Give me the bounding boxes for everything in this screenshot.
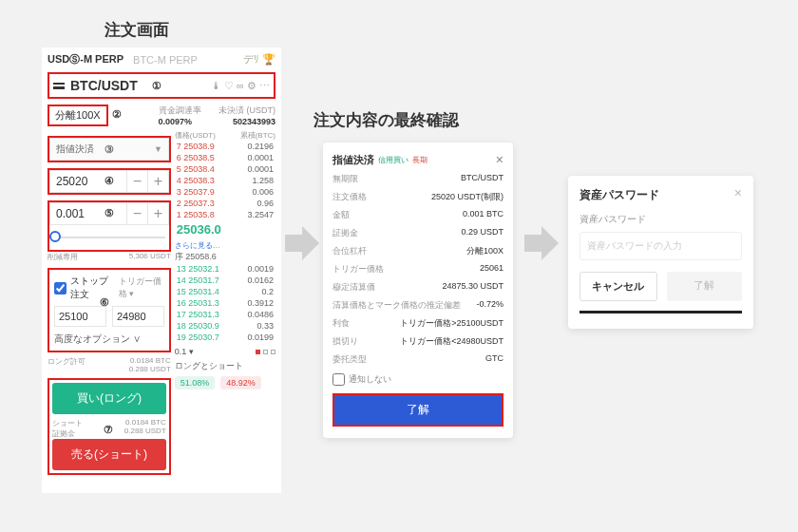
callout-3: ③ bbox=[104, 143, 114, 156]
reduce-only-value: 5,306 USDT bbox=[129, 252, 171, 262]
confirm-row: 合位杠杆分離100X bbox=[332, 245, 504, 257]
stop-order-box: ストップ注文 トリガー価格 ▾ 25100 ⑥ 24980 高度なオプション ∨ bbox=[48, 268, 171, 352]
ob-ask-row[interactable]: 5 25038.40.0001 bbox=[175, 163, 276, 175]
ob-ask-row[interactable]: 7 25038.90.2196 bbox=[175, 141, 276, 152]
confirm-ok-button[interactable]: 了解 bbox=[334, 395, 502, 425]
section-title-order: 注文画面 bbox=[104, 19, 169, 41]
dont-notify-checkbox[interactable] bbox=[332, 373, 345, 386]
pwd-input[interactable]: 資産パスワードの入力 bbox=[580, 232, 742, 260]
ob-qty-header: 累積(BTC) bbox=[240, 130, 276, 141]
confirm-title: 指値決済 bbox=[332, 153, 374, 167]
order-panel: USDⓈ-M PERP BTC-M PERP デﾘ 🏆 BTC/USDT ① 🌡… bbox=[42, 48, 281, 493]
stop-loss-input[interactable]: 24980 bbox=[112, 306, 164, 327]
tab-usdm-perp[interactable]: USDⓈ-M PERP bbox=[48, 52, 124, 66]
confirm-row: 穆定清算価24875.30 USDT bbox=[332, 281, 504, 294]
sell-short-button[interactable]: 売る(ショート) bbox=[52, 439, 166, 470]
price-minus-button[interactable]: − bbox=[126, 171, 147, 192]
short-avail-btc: 0.0184 BTC bbox=[125, 418, 166, 427]
submit-box: 買い(ロング) ⑦ ショート 証拠金 0.0184 BTC 0.288 USDT… bbox=[48, 378, 171, 475]
ob-layout-icon[interactable] bbox=[256, 350, 276, 354]
order-type-select[interactable]: 指値決済 ③ ▼ bbox=[48, 136, 171, 162]
pwd-title: 資産パスワード bbox=[580, 187, 742, 203]
funding-rate-label: 資金調達率 bbox=[159, 104, 218, 117]
ob-bid-row[interactable]: 14 25031.70.0162 bbox=[175, 275, 276, 286]
ob-more-link[interactable]: さらに見る… bbox=[175, 240, 276, 251]
qty-plus-button[interactable]: + bbox=[147, 203, 168, 224]
flow-arrow-icon bbox=[285, 226, 319, 260]
ob-bid-row[interactable]: 16 25031.30.3912 bbox=[175, 297, 276, 309]
perp-tabs: USDⓈ-M PERP BTC-M PERP デﾘ 🏆 bbox=[48, 52, 276, 66]
ob-bid-row[interactable]: 15 25031.40.2 bbox=[175, 286, 276, 297]
ob-ask-row[interactable]: 3 25037.90.006 bbox=[175, 186, 276, 198]
flow-arrow-icon bbox=[524, 226, 559, 260]
confirm-tag-side: 長期 bbox=[412, 155, 428, 165]
stop-order-label: ストップ注文 bbox=[70, 275, 115, 301]
buy-long-button[interactable]: 買い(ロング) bbox=[52, 383, 166, 414]
callout-2: ② bbox=[112, 108, 122, 121]
ls-ratio-label: ロングとショート bbox=[175, 360, 276, 372]
confirm-row: 無期限BTC/USDT bbox=[332, 173, 504, 185]
confirm-row: 証拠金0.29 USDT bbox=[332, 227, 504, 239]
take-profit-input[interactable]: 25100 bbox=[54, 306, 106, 327]
callout-1: ① bbox=[152, 80, 162, 92]
pwd-cancel-button[interactable]: キャンセル bbox=[580, 272, 657, 301]
ob-ask-row[interactable]: 6 25038.50.0001 bbox=[175, 152, 276, 163]
long-avail-btc: 0.0184 BTC bbox=[130, 356, 171, 365]
advanced-options-toggle[interactable]: 高度なオプション ∨ bbox=[54, 332, 164, 346]
ob-price-header: 価格(USDT) bbox=[175, 130, 216, 141]
confirm-ok-highlight: 了解 bbox=[332, 393, 504, 427]
caret-down-icon: ▼ bbox=[154, 144, 162, 154]
short-avail-usdt: 0.288 USDT bbox=[124, 427, 166, 435]
confirm-row: 清算価格とマーク価格の推定偏差-0.72% bbox=[332, 299, 504, 312]
menu-icon[interactable] bbox=[53, 83, 65, 89]
ob-ask-row[interactable]: 2 25037.30.96 bbox=[175, 198, 276, 209]
confirm-row: トリガー価格25061 bbox=[332, 263, 504, 276]
confirm-modal: 指値決済 信用買い 長期 × 無期限BTC/USDT注文価格25020 USDT… bbox=[323, 142, 513, 438]
tab-btcm-perp[interactable]: BTC-M PERP bbox=[133, 54, 198, 66]
top-icon-bar: デﾘ 🏆 bbox=[243, 52, 276, 66]
long-pct: 51.08% bbox=[175, 376, 216, 390]
ob-ask-row[interactable]: 4 25038.31.258 bbox=[175, 175, 276, 186]
short-avail-label: ショート 証拠金 bbox=[52, 418, 83, 439]
ob-mid-price: 25036.0 bbox=[175, 220, 276, 238]
open-interest-value: 502343993 bbox=[217, 117, 276, 126]
qty-input[interactable]: 0.001 ⑤ − + bbox=[48, 200, 171, 252]
modal-accent-bar bbox=[580, 311, 742, 314]
pwd-ok-button[interactable]: 了解 bbox=[667, 272, 743, 301]
price-input[interactable]: 25020 ④ − + bbox=[48, 168, 171, 195]
close-icon[interactable]: × bbox=[496, 152, 504, 167]
long-avail-usdt: 0.288 USDT bbox=[129, 365, 171, 373]
qty-value[interactable]: 0.001 bbox=[50, 203, 126, 224]
qty-minus-button[interactable]: − bbox=[126, 203, 147, 224]
ob-ask-row[interactable]: 1 25035.83.2547 bbox=[175, 209, 276, 220]
trigger-price-select[interactable]: トリガー価格 ▾ bbox=[119, 276, 164, 300]
long-avail-label: ロング許可 bbox=[48, 356, 86, 373]
ob-bid-row[interactable]: 13 25032.10.0019 bbox=[175, 263, 276, 275]
ob-bid-row[interactable]: 17 25031.30.0486 bbox=[175, 309, 276, 320]
ob-bid-row[interactable]: 18 25030.90.33 bbox=[175, 320, 276, 332]
short-pct: 48.92% bbox=[220, 376, 261, 390]
qty-slider[interactable] bbox=[49, 227, 169, 250]
confirm-row: 金額0.001 BTC bbox=[332, 209, 504, 221]
ob-mark-price: 序 25058.6 bbox=[175, 251, 276, 263]
leverage-selector[interactable]: 分離100X ② bbox=[48, 104, 108, 126]
price-value[interactable]: 25020 bbox=[50, 171, 126, 192]
confirm-tag-long: 信用買い bbox=[378, 155, 408, 165]
reduce-only-label: 削減専用 bbox=[48, 252, 78, 262]
price-plus-button[interactable]: + bbox=[147, 171, 168, 192]
stop-order-checkbox[interactable] bbox=[54, 282, 66, 294]
pair-selector[interactable]: BTC/USDT ① 🌡 ♡ ∞ ⚙ ⋯ bbox=[48, 72, 276, 99]
section-title-confirm: 注文内容の最終確認 bbox=[314, 109, 459, 131]
open-interest-label: 未決済 (USDT) bbox=[217, 104, 276, 117]
password-modal: × 資産パスワード 資産パスワード 資産パスワードの入力 キャンセル 了解 bbox=[568, 176, 753, 329]
pwd-field-label: 資産パスワード bbox=[580, 213, 742, 226]
confirm-row: 利食トリガー価格>25100USDT bbox=[332, 317, 504, 330]
close-icon[interactable]: × bbox=[734, 185, 742, 200]
dont-notify-label: 通知しない bbox=[349, 373, 391, 386]
ob-bid-row[interactable]: 19 25030.70.0199 bbox=[175, 332, 276, 343]
confirm-row: 注文価格25020 USDT(制限) bbox=[332, 191, 504, 203]
pair-action-icons[interactable]: 🌡 ♡ ∞ ⚙ ⋯ bbox=[211, 80, 270, 92]
tick-size-select[interactable]: 0.1 ▾ bbox=[175, 347, 194, 356]
confirm-row: 委托类型GTC bbox=[332, 353, 504, 366]
pair-label: BTC/USDT bbox=[70, 78, 138, 93]
